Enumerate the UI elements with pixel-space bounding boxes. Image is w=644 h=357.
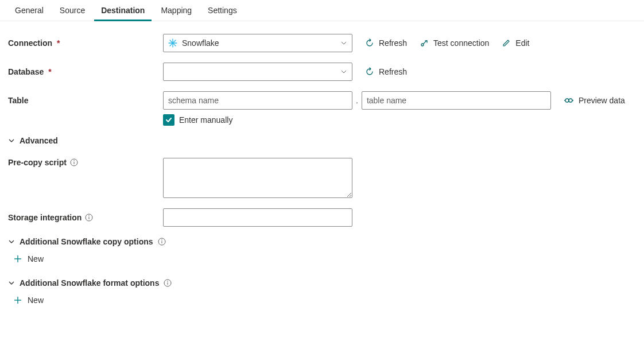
label-table: Table [8,96,163,105]
refresh-icon [365,67,374,76]
chevron-down-icon [8,238,15,245]
tab-settings[interactable]: Settings [200,0,245,21]
schema-name-input[interactable] [163,91,352,110]
connection-value: Snowflake [182,38,219,48]
edit-connection-button[interactable]: Edit [502,38,529,48]
info-icon[interactable] [158,238,166,246]
info-icon[interactable] [70,158,78,166]
enter-manually-label: Enter manually [179,115,232,125]
test-connection-button[interactable]: Test connection [420,38,489,48]
info-icon[interactable] [85,214,93,222]
preview-data-button[interactable]: Preview data [564,96,625,105]
copy-options-section-toggle[interactable]: Additional Snowflake copy options [8,237,636,246]
tabs: General Source Destination Mapping Setti… [0,0,644,21]
table-separator: . [356,96,358,105]
tab-destination[interactable]: Destination [93,0,153,21]
precopy-script-textarea[interactable] [163,158,352,198]
chevron-down-icon [340,68,347,75]
tab-mapping[interactable]: Mapping [153,0,200,21]
chevron-down-icon [340,40,347,46]
plus-icon [14,296,22,304]
format-options-section-toggle[interactable]: Additional Snowflake format options [8,278,636,288]
storage-integration-input[interactable] [163,208,352,227]
plus-icon [14,255,22,263]
snowflake-icon [168,38,177,48]
refresh-database-button[interactable]: Refresh [365,67,407,76]
new-format-option-button[interactable]: New [14,296,44,305]
edit-icon [502,38,511,48]
svg-point-19 [161,239,162,240]
refresh-icon [365,38,374,48]
new-copy-option-button[interactable]: New [14,254,44,263]
label-precopy: Pre-copy script [8,158,163,167]
test-connection-icon [420,38,429,48]
svg-point-16 [89,215,90,216]
tab-source[interactable]: Source [52,0,93,21]
enter-manually-checkbox[interactable] [163,114,174,126]
table-name-input[interactable] [362,91,551,110]
svg-point-24 [168,281,169,282]
chevron-down-icon [8,137,15,144]
svg-point-9 [569,99,572,102]
svg-point-8 [565,99,569,102]
preview-icon [564,96,574,105]
chevron-down-icon [8,280,15,286]
label-storage: Storage integration [8,213,163,222]
database-select[interactable] [163,63,352,81]
info-icon[interactable] [164,279,172,287]
tab-general[interactable]: General [7,0,52,21]
refresh-connection-button[interactable]: Refresh [365,38,407,48]
svg-line-5 [424,41,427,44]
connection-select[interactable]: Snowflake [163,34,352,52]
label-connection: Connection* [8,38,163,48]
label-database: Database* [8,67,163,76]
advanced-section-toggle[interactable]: Advanced [8,136,636,145]
svg-point-13 [73,160,75,161]
